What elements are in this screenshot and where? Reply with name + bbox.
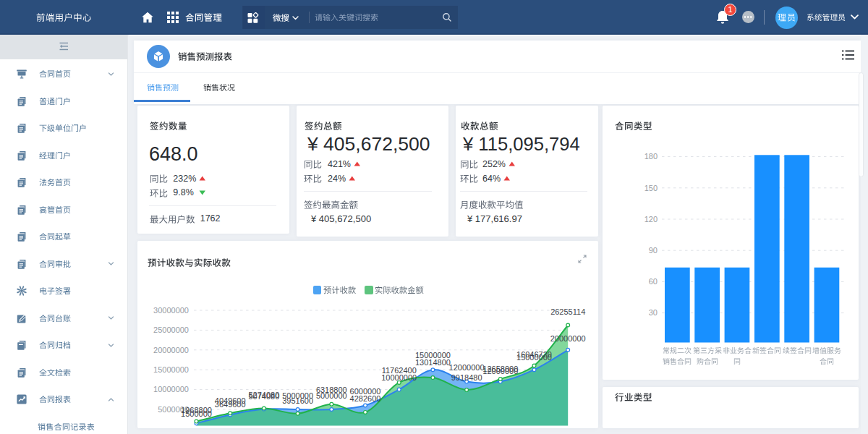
svg-text:12000000: 12000000 (449, 362, 485, 371)
svg-text:11762400: 11762400 (382, 366, 417, 375)
svg-text:1968800: 1968800 (181, 406, 212, 414)
svg-text:5274080: 5274080 (248, 390, 279, 399)
svg-text:12658000: 12658000 (482, 365, 518, 373)
svg-text:25000000: 25000000 (153, 326, 189, 334)
svg-text:26255114: 26255114 (550, 307, 585, 315)
svg-text:15000000: 15000000 (153, 365, 189, 374)
svg-text:120: 120 (644, 215, 658, 224)
svg-text:6318800: 6318800 (316, 385, 347, 393)
svg-text:20000000: 20000000 (153, 345, 189, 354)
svg-text:4049600: 4049600 (215, 396, 246, 405)
svg-text:60: 60 (649, 277, 658, 286)
svg-text:30: 30 (649, 308, 658, 317)
svg-text:180: 180 (644, 152, 658, 161)
svg-text:20000000: 20000000 (550, 333, 586, 342)
svg-text:150: 150 (644, 184, 658, 192)
svg-text:3951600: 3951600 (282, 396, 313, 405)
svg-text:4282600: 4282600 (350, 394, 381, 403)
svg-text:30000000: 30000000 (153, 305, 189, 314)
svg-text:9918480: 9918480 (451, 373, 482, 381)
svg-text:16046720: 16046720 (516, 349, 552, 358)
svg-text:10000000: 10000000 (153, 385, 189, 393)
svg-text:13014800: 13014800 (415, 357, 451, 366)
svg-text:90: 90 (649, 246, 658, 255)
